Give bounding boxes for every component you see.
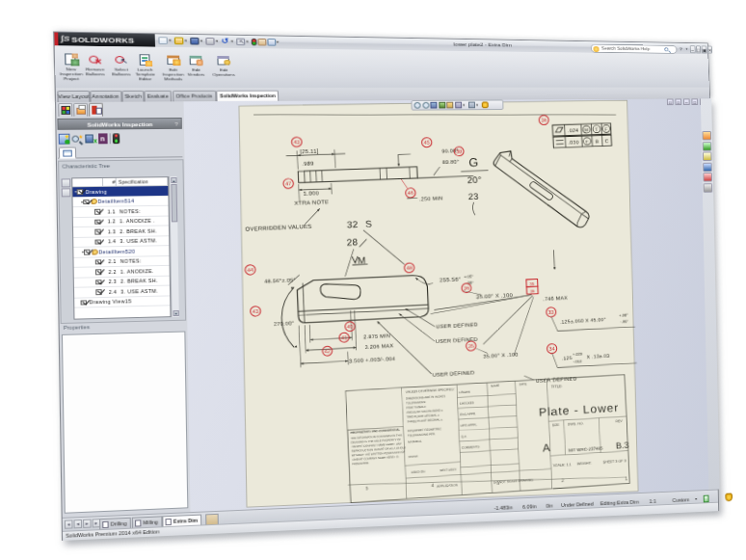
svg-text:1.000: 1.000 (304, 190, 320, 196)
svg-text:Q.A.: Q.A. (461, 435, 467, 439)
svg-text:42: 42 (324, 348, 331, 354)
svg-text:G: G (468, 155, 479, 169)
svg-text:38: 38 (456, 148, 462, 154)
svg-text:B.3: B.3 (616, 440, 629, 450)
svg-text:F: F (604, 127, 607, 132)
svg-text:F: F (586, 140, 589, 145)
svg-text:-.010: -.010 (573, 359, 582, 363)
svg-text:89.80°: 89.80° (442, 159, 460, 165)
svg-text:28: 28 (346, 237, 358, 248)
svg-text:41: 41 (341, 334, 348, 340)
svg-text:DRAWN: DRAWN (459, 390, 470, 394)
svg-text:M: M (584, 128, 588, 133)
svg-text:TITLE:: TITLE: (551, 384, 563, 388)
svg-text:.250 MIN: .250 MIN (419, 196, 443, 202)
svg-text:+.08°: +.08° (619, 312, 628, 317)
svg-text:.125: .125 (562, 355, 573, 360)
svg-text:47: 47 (285, 181, 292, 187)
svg-text:48: 48 (406, 265, 412, 271)
svg-text:.989: .989 (302, 161, 314, 167)
svg-text:34: 34 (549, 346, 556, 352)
svg-text:.024: .024 (568, 127, 578, 133)
svg-text:23: 23 (467, 191, 478, 201)
svg-text:SIZE: SIZE (551, 423, 559, 427)
svg-text:255.56°: 255.56° (440, 276, 462, 283)
svg-text:4: 4 (431, 482, 434, 488)
svg-text:+.020: +.020 (573, 352, 583, 357)
svg-text:DATE: DATE (519, 383, 527, 387)
svg-text:REV: REV (616, 419, 624, 423)
svg-text:36: 36 (464, 285, 469, 291)
svg-text:43: 43 (253, 308, 259, 314)
svg-text:35: 35 (468, 343, 474, 349)
svg-text:46: 46 (408, 190, 413, 196)
svg-text:+.05°: +.05° (464, 274, 473, 279)
svg-text:40: 40 (347, 324, 353, 330)
svg-text:.030: .030 (568, 140, 578, 146)
svg-text:45: 45 (424, 140, 430, 146)
svg-text:C: C (604, 138, 608, 144)
svg-text:44: 44 (247, 267, 253, 273)
svg-text:FINISH: FINISH (409, 455, 418, 459)
svg-text:33: 33 (548, 309, 554, 315)
svg-text:1: 1 (625, 475, 627, 481)
svg-text:32: 32 (347, 220, 359, 230)
svg-text:35: 35 (529, 281, 534, 286)
svg-text:270.00°: 270.00° (274, 320, 295, 327)
svg-text:5: 5 (365, 485, 368, 491)
svg-text:-.06°: -.06° (620, 319, 628, 324)
svg-text:B: B (596, 139, 599, 145)
svg-text:S: S (365, 219, 372, 229)
svg-text:2: 2 (561, 477, 564, 483)
svg-text:36: 36 (541, 118, 546, 123)
svg-text:NAME: NAME (491, 384, 500, 387)
svg-text:43: 43 (294, 139, 301, 145)
svg-text:36: 36 (530, 289, 535, 294)
svg-text:[25.11]: [25.11] (300, 148, 319, 154)
svg-text:20°: 20° (467, 174, 482, 185)
svg-text:T: T (595, 127, 598, 132)
svg-text:A: A (543, 441, 551, 455)
